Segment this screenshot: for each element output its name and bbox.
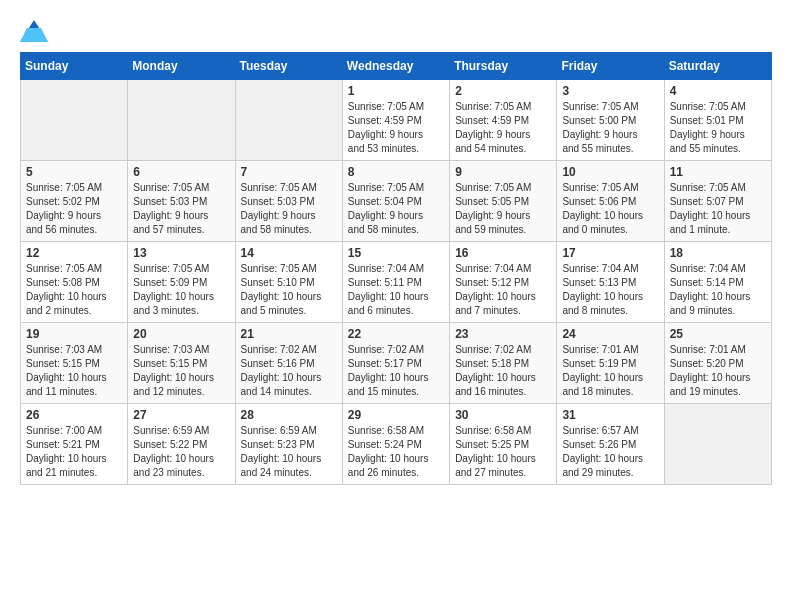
calendar-cell: 29Sunrise: 6:58 AM Sunset: 5:24 PM Dayli… — [342, 404, 449, 485]
day-number: 17 — [562, 246, 658, 260]
day-number: 14 — [241, 246, 337, 260]
day-info: Sunrise: 7:02 AM Sunset: 5:16 PM Dayligh… — [241, 343, 337, 399]
day-info: Sunrise: 7:05 AM Sunset: 5:03 PM Dayligh… — [241, 181, 337, 237]
day-number: 10 — [562, 165, 658, 179]
day-number: 4 — [670, 84, 766, 98]
day-number: 28 — [241, 408, 337, 422]
calendar-cell: 19Sunrise: 7:03 AM Sunset: 5:15 PM Dayli… — [21, 323, 128, 404]
calendar-cell: 24Sunrise: 7:01 AM Sunset: 5:19 PM Dayli… — [557, 323, 664, 404]
weekday-header-saturday: Saturday — [664, 53, 771, 80]
calendar-week-row: 1Sunrise: 7:05 AM Sunset: 4:59 PM Daylig… — [21, 80, 772, 161]
weekday-header-sunday: Sunday — [21, 53, 128, 80]
day-number: 2 — [455, 84, 551, 98]
day-number: 9 — [455, 165, 551, 179]
calendar-cell: 27Sunrise: 6:59 AM Sunset: 5:22 PM Dayli… — [128, 404, 235, 485]
day-number: 21 — [241, 327, 337, 341]
day-number: 11 — [670, 165, 766, 179]
calendar-cell: 12Sunrise: 7:05 AM Sunset: 5:08 PM Dayli… — [21, 242, 128, 323]
calendar-cell: 4Sunrise: 7:05 AM Sunset: 5:01 PM Daylig… — [664, 80, 771, 161]
day-info: Sunrise: 7:04 AM Sunset: 5:13 PM Dayligh… — [562, 262, 658, 318]
day-number: 1 — [348, 84, 444, 98]
weekday-header-row: SundayMondayTuesdayWednesdayThursdayFrid… — [21, 53, 772, 80]
day-number: 29 — [348, 408, 444, 422]
calendar-cell: 15Sunrise: 7:04 AM Sunset: 5:11 PM Dayli… — [342, 242, 449, 323]
day-number: 22 — [348, 327, 444, 341]
calendar-cell: 20Sunrise: 7:03 AM Sunset: 5:15 PM Dayli… — [128, 323, 235, 404]
calendar-week-row: 12Sunrise: 7:05 AM Sunset: 5:08 PM Dayli… — [21, 242, 772, 323]
day-info: Sunrise: 7:05 AM Sunset: 5:01 PM Dayligh… — [670, 100, 766, 156]
day-number: 26 — [26, 408, 122, 422]
calendar-cell: 3Sunrise: 7:05 AM Sunset: 5:00 PM Daylig… — [557, 80, 664, 161]
svg-marker-1 — [20, 28, 48, 42]
day-info: Sunrise: 7:05 AM Sunset: 5:00 PM Dayligh… — [562, 100, 658, 156]
day-info: Sunrise: 7:05 AM Sunset: 5:10 PM Dayligh… — [241, 262, 337, 318]
calendar-cell — [21, 80, 128, 161]
day-number: 7 — [241, 165, 337, 179]
calendar-cell: 11Sunrise: 7:05 AM Sunset: 5:07 PM Dayli… — [664, 161, 771, 242]
calendar-table: SundayMondayTuesdayWednesdayThursdayFrid… — [20, 52, 772, 485]
calendar-cell: 28Sunrise: 6:59 AM Sunset: 5:23 PM Dayli… — [235, 404, 342, 485]
day-info: Sunrise: 6:57 AM Sunset: 5:26 PM Dayligh… — [562, 424, 658, 480]
calendar-cell: 16Sunrise: 7:04 AM Sunset: 5:12 PM Dayli… — [450, 242, 557, 323]
day-info: Sunrise: 7:04 AM Sunset: 5:11 PM Dayligh… — [348, 262, 444, 318]
calendar-week-row: 5Sunrise: 7:05 AM Sunset: 5:02 PM Daylig… — [21, 161, 772, 242]
day-number: 20 — [133, 327, 229, 341]
day-info: Sunrise: 7:05 AM Sunset: 5:05 PM Dayligh… — [455, 181, 551, 237]
calendar-cell: 30Sunrise: 6:58 AM Sunset: 5:25 PM Dayli… — [450, 404, 557, 485]
day-info: Sunrise: 7:05 AM Sunset: 4:59 PM Dayligh… — [348, 100, 444, 156]
day-info: Sunrise: 7:05 AM Sunset: 4:59 PM Dayligh… — [455, 100, 551, 156]
day-info: Sunrise: 7:01 AM Sunset: 5:19 PM Dayligh… — [562, 343, 658, 399]
day-info: Sunrise: 7:03 AM Sunset: 5:15 PM Dayligh… — [26, 343, 122, 399]
calendar-cell: 2Sunrise: 7:05 AM Sunset: 4:59 PM Daylig… — [450, 80, 557, 161]
calendar-cell: 5Sunrise: 7:05 AM Sunset: 5:02 PM Daylig… — [21, 161, 128, 242]
day-info: Sunrise: 7:02 AM Sunset: 5:18 PM Dayligh… — [455, 343, 551, 399]
day-info: Sunrise: 7:05 AM Sunset: 5:02 PM Dayligh… — [26, 181, 122, 237]
day-number: 19 — [26, 327, 122, 341]
weekday-header-monday: Monday — [128, 53, 235, 80]
day-number: 27 — [133, 408, 229, 422]
calendar-cell: 22Sunrise: 7:02 AM Sunset: 5:17 PM Dayli… — [342, 323, 449, 404]
day-number: 15 — [348, 246, 444, 260]
day-number: 18 — [670, 246, 766, 260]
day-number: 12 — [26, 246, 122, 260]
calendar-cell: 26Sunrise: 7:00 AM Sunset: 5:21 PM Dayli… — [21, 404, 128, 485]
day-info: Sunrise: 7:02 AM Sunset: 5:17 PM Dayligh… — [348, 343, 444, 399]
calendar-cell — [128, 80, 235, 161]
page-header — [20, 20, 772, 42]
calendar-cell: 7Sunrise: 7:05 AM Sunset: 5:03 PM Daylig… — [235, 161, 342, 242]
day-info: Sunrise: 6:59 AM Sunset: 5:22 PM Dayligh… — [133, 424, 229, 480]
calendar-cell — [235, 80, 342, 161]
day-number: 16 — [455, 246, 551, 260]
calendar-cell: 23Sunrise: 7:02 AM Sunset: 5:18 PM Dayli… — [450, 323, 557, 404]
weekday-header-friday: Friday — [557, 53, 664, 80]
day-number: 5 — [26, 165, 122, 179]
day-info: Sunrise: 7:05 AM Sunset: 5:09 PM Dayligh… — [133, 262, 229, 318]
day-info: Sunrise: 7:01 AM Sunset: 5:20 PM Dayligh… — [670, 343, 766, 399]
day-info: Sunrise: 7:05 AM Sunset: 5:04 PM Dayligh… — [348, 181, 444, 237]
weekday-header-thursday: Thursday — [450, 53, 557, 80]
day-number: 23 — [455, 327, 551, 341]
day-info: Sunrise: 7:05 AM Sunset: 5:07 PM Dayligh… — [670, 181, 766, 237]
calendar-cell: 21Sunrise: 7:02 AM Sunset: 5:16 PM Dayli… — [235, 323, 342, 404]
day-number: 6 — [133, 165, 229, 179]
day-info: Sunrise: 7:03 AM Sunset: 5:15 PM Dayligh… — [133, 343, 229, 399]
calendar-cell: 25Sunrise: 7:01 AM Sunset: 5:20 PM Dayli… — [664, 323, 771, 404]
logo — [20, 20, 52, 42]
calendar-cell: 6Sunrise: 7:05 AM Sunset: 5:03 PM Daylig… — [128, 161, 235, 242]
day-number: 25 — [670, 327, 766, 341]
day-info: Sunrise: 7:04 AM Sunset: 5:12 PM Dayligh… — [455, 262, 551, 318]
calendar-cell: 14Sunrise: 7:05 AM Sunset: 5:10 PM Dayli… — [235, 242, 342, 323]
day-info: Sunrise: 6:58 AM Sunset: 5:25 PM Dayligh… — [455, 424, 551, 480]
calendar-cell: 1Sunrise: 7:05 AM Sunset: 4:59 PM Daylig… — [342, 80, 449, 161]
calendar-cell: 31Sunrise: 6:57 AM Sunset: 5:26 PM Dayli… — [557, 404, 664, 485]
day-info: Sunrise: 6:58 AM Sunset: 5:24 PM Dayligh… — [348, 424, 444, 480]
day-number: 30 — [455, 408, 551, 422]
day-info: Sunrise: 6:59 AM Sunset: 5:23 PM Dayligh… — [241, 424, 337, 480]
day-info: Sunrise: 7:05 AM Sunset: 5:06 PM Dayligh… — [562, 181, 658, 237]
weekday-header-wednesday: Wednesday — [342, 53, 449, 80]
day-info: Sunrise: 7:04 AM Sunset: 5:14 PM Dayligh… — [670, 262, 766, 318]
calendar-cell: 10Sunrise: 7:05 AM Sunset: 5:06 PM Dayli… — [557, 161, 664, 242]
day-number: 24 — [562, 327, 658, 341]
calendar-week-row: 26Sunrise: 7:00 AM Sunset: 5:21 PM Dayli… — [21, 404, 772, 485]
calendar-week-row: 19Sunrise: 7:03 AM Sunset: 5:15 PM Dayli… — [21, 323, 772, 404]
